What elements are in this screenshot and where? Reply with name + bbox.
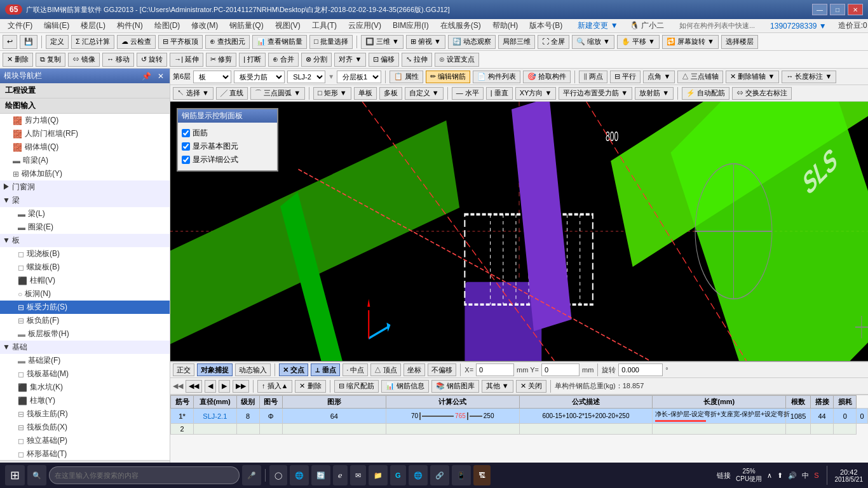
menu-phone[interactable]: 13907298339 ▼ <box>765 20 832 32</box>
menu-edit[interactable]: 编辑(E) <box>39 19 74 32</box>
btn-zoom[interactable]: 🔍 缩放 ▼ <box>572 35 614 49</box>
snap-perpendicular[interactable]: ⊥ 垂点 <box>311 363 340 376</box>
btn-split[interactable]: ⊗ 分割 <box>301 53 332 67</box>
taskbar-edge[interactable]: ℯ <box>333 465 348 485</box>
checkbox-show-basic[interactable]: 显示基本图元 <box>182 140 273 153</box>
nav-last[interactable]: ▶▶ <box>233 380 249 393</box>
btn-save[interactable]: 💾 <box>20 35 37 49</box>
btn-rect[interactable]: □ 矩形 ▼ <box>313 87 351 100</box>
btn-rebar-lib[interactable]: 📚 钢筋图库 <box>431 380 479 393</box>
taskbar-mail[interactable]: ✉ <box>350 465 366 485</box>
menu-floor[interactable]: 楼层(L) <box>76 19 111 32</box>
menu-cloud[interactable]: 云应用(V) <box>343 19 386 32</box>
menu-draw[interactable]: 绘图(D) <box>149 19 186 32</box>
nav-item-slab-rebar[interactable]: ⊟ 板受力筋(S) <box>0 301 170 314</box>
btn-undo[interactable]: ↩ <box>3 35 17 49</box>
check-show-basic[interactable] <box>182 142 190 151</box>
btn-align-top[interactable]: ⊟ 平齐板顶 <box>158 35 203 49</box>
taskbar-mic[interactable]: 🎤 <box>242 465 261 485</box>
nav-group-slabs[interactable]: ▼ 板 <box>0 234 170 247</box>
btn-view-rebar[interactable]: 📊 查看钢筋量 <box>252 35 307 49</box>
btn-mirror[interactable]: ⇔ 镜像 <box>68 53 100 67</box>
btn-horizontal[interactable]: — 水平 <box>452 87 484 100</box>
nav-item-neg-rebar[interactable]: ⊟ 板负筋(F) <box>0 314 170 327</box>
btn-extend[interactable]: →| 延伸 <box>170 53 203 67</box>
rebar-id-select[interactable]: SLJ-2 <box>287 71 325 83</box>
nav-next[interactable]: ▶ <box>219 380 230 393</box>
btn-break[interactable]: | 打断 <box>239 53 266 67</box>
nav-item-found-beam[interactable]: ▬ 基础梁(F) <box>0 354 170 367</box>
btn-screen-rotate[interactable]: 🔁 屏幕旋转 ▼ <box>662 35 719 49</box>
btn-offset[interactable]: ⊡ 偏移 <box>369 53 399 67</box>
nav-item-masonry-wall[interactable]: 🧱 砌体墙(Q) <box>0 140 170 154</box>
menu-modify[interactable]: 修改(M) <box>186 19 223 32</box>
taskbar-search[interactable] <box>49 466 240 484</box>
btn-delete[interactable]: ✕ 删除 <box>3 53 33 67</box>
menu-bim[interactable]: BIM应用(I) <box>388 19 434 32</box>
nav-item-rf-wall[interactable]: 🧱 人防门框墙(RF) <box>0 127 170 140</box>
sidebar-pin[interactable]: 📌 <box>140 72 153 81</box>
search-btn[interactable]: 🔍 <box>27 465 46 485</box>
taskbar-browser[interactable]: 🌐 <box>409 465 428 485</box>
menu-coins[interactable]: 造价豆:0 🔔 <box>833 19 868 32</box>
menu-file[interactable]: 文件(F) <box>3 19 37 32</box>
taskbar-cortana[interactable]: ◯ <box>269 465 287 485</box>
taskbar-guanjia[interactable]: G <box>390 465 406 485</box>
menu-help[interactable]: 帮助(H) <box>487 19 524 32</box>
nav-item-raft[interactable]: ◻ 筏板基础(M) <box>0 367 170 381</box>
system-clock[interactable]: 20:42 2018/5/21 <box>835 468 864 483</box>
snap-dynamic[interactable]: 动态输入 <box>235 363 271 376</box>
btn-select-floor[interactable]: 选择楼层 <box>721 35 758 49</box>
start-button[interactable]: ⊞ <box>5 465 25 485</box>
btn-move[interactable]: ↔ 移动 <box>102 53 134 67</box>
snap-object[interactable]: 对象捕捉 <box>197 363 233 376</box>
nav-item-isolated-found[interactable]: ◻ 独立基础(P) <box>0 434 170 447</box>
menu-online[interactable]: 在线服务(S) <box>435 19 486 32</box>
taskbar-ggj[interactable]: 🏗 <box>473 465 491 485</box>
nav-item-slab-hole[interactable]: ○ 板洞(N) <box>0 287 170 301</box>
btn-stretch[interactable]: ⤡ 拉伸 <box>402 53 432 67</box>
btn-del-aux-axis[interactable]: ✕ 删除辅轴 ▼ <box>726 71 779 83</box>
snap-midpoint[interactable]: · 中点 <box>342 363 368 376</box>
btn-pan[interactable]: ✋ 平移 ▼ <box>617 35 660 49</box>
btn-others[interactable]: 其他 ▼ <box>482 380 513 393</box>
btn-two-points[interactable]: ∥ 两点 <box>579 71 607 83</box>
nav-item-spiral-slab[interactable]: ◻ 螺旋板(B) <box>0 261 170 274</box>
snap-vertex[interactable]: △ 顶点 <box>370 363 401 376</box>
btn-auto-rebar[interactable]: ⚡ 自动配筋 <box>682 87 729 100</box>
nav-item-cast-slab[interactable]: ◻ 现浇板(B) <box>0 247 170 261</box>
btn-calculate[interactable]: Σ 汇总计算 <box>71 35 114 49</box>
btn-properties[interactable]: 📋 属性 <box>390 71 423 83</box>
btn-single-slab[interactable]: 单板 <box>354 87 377 100</box>
btn-arc[interactable]: ⌒ 三点圆弧 ▼ <box>250 87 305 100</box>
nav-group-beams[interactable]: ▼ 梁 <box>0 194 170 207</box>
snap-no-offset[interactable]: 不偏移 <box>428 363 456 376</box>
section-project-settings[interactable]: 工程设置 <box>0 83 170 98</box>
menu-quantity[interactable]: 钢筋量(Q) <box>224 19 268 32</box>
table-row[interactable]: 1* SLJ-2.1 8 Φ 64 70 <box>171 409 868 424</box>
btn-del-row[interactable]: ✕ 删除 <box>295 380 325 393</box>
taskbar-refresh[interactable]: 🔄 <box>311 465 330 485</box>
y-input[interactable] <box>541 363 580 376</box>
nav-group-doors[interactable]: ▶ 门窗洞 <box>0 180 170 194</box>
menu-guang2[interactable]: 🐧 广小二 <box>625 19 669 32</box>
section-draw-input[interactable]: 绘图输入 <box>0 98 170 114</box>
nav-item-raft-neg[interactable]: ⊟ 筏板负筋(X) <box>0 421 170 434</box>
btn-local-3d[interactable]: 局部三维 <box>498 35 535 49</box>
nav-item-masonry-rebar[interactable]: ⊞ 砌体加筋(Y) <box>0 167 170 180</box>
taskbar-ie[interactable]: 🌐 <box>290 465 309 485</box>
nav-item-hidden-beam[interactable]: ▬ 暗梁(A) <box>0 154 170 167</box>
btn-find[interactable]: ⊕ 查找图元 <box>205 35 250 49</box>
snap-intersection[interactable]: ✕ 交点 <box>279 363 308 376</box>
nav-item-cup-found[interactable]: ◻ 杯形基础(T) <box>0 447 170 460</box>
checkbox-show-formula[interactable]: 显示详细公式 <box>182 153 273 166</box>
btn-line[interactable]: ╱ 直线 <box>216 87 248 100</box>
taskbar-folder[interactable]: 📁 <box>369 465 388 485</box>
btn-rotate[interactable]: ↺ 旋转 <box>137 53 167 67</box>
btn-define[interactable]: 定义 <box>46 35 69 49</box>
check-face-rebar[interactable] <box>182 129 190 137</box>
btn-length-mark[interactable]: ↔ 长度标注 ▼ <box>782 71 836 83</box>
nav-item-slab-band[interactable]: ▬ 板层板带(H) <box>0 327 170 341</box>
btn-scale-config[interactable]: ⊟ 缩尺配筋 <box>334 380 379 393</box>
btn-top-view[interactable]: ⊞ 俯视 ▼ <box>406 35 445 49</box>
